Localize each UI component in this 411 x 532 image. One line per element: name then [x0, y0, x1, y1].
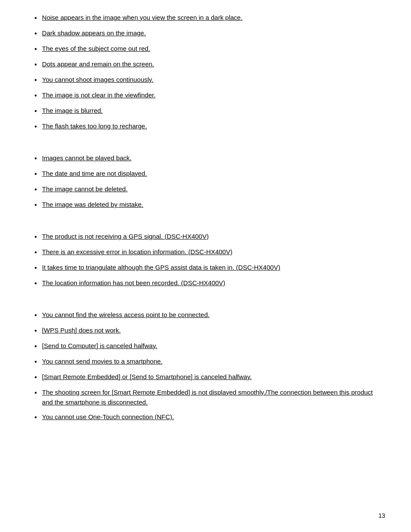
list-item: The shooting screen for [Smart Remote Em… — [26, 388, 385, 407]
section-gps: The product is not receiving a GPS signa… — [26, 232, 385, 289]
link-send-to-computer-canceled[interactable]: [Send to Computer] is canceled halfway. — [42, 341, 157, 351]
playback-list: Images cannot be played back. The date a… — [26, 153, 385, 210]
link-not-clear-viewfinder[interactable]: The image is not clear in the viewfinder… — [42, 90, 156, 100]
list-item: The image cannot be deleted. — [26, 184, 385, 195]
link-shooting-screen-not-smooth[interactable]: The shooting screen for [Smart Remote Em… — [42, 388, 385, 407]
link-excessive-location-error[interactable]: There is an excessive error in location … — [42, 247, 233, 257]
link-cannot-send-movies[interactable]: You cannot send movies to a smartphone. — [42, 357, 163, 367]
list-item: [WPS Push] does not work. — [26, 326, 385, 336]
link-date-time-not-displayed[interactable]: The date and time are not displayed. — [42, 169, 147, 179]
link-deleted-by-mistake[interactable]: The image was deleted by mistake. — [42, 200, 143, 210]
list-item: You cannot send movies to a smartphone. — [26, 357, 385, 367]
list-item: You cannot shoot images continuously. — [26, 75, 385, 85]
wireless-list: You cannot find the wireless access poin… — [26, 310, 385, 423]
link-cannot-shoot-continuously[interactable]: You cannot shoot images continuously. — [42, 75, 154, 85]
link-cannot-playback[interactable]: Images cannot be played back. — [42, 153, 132, 163]
link-no-gps-signal[interactable]: The product is not receiving a GPS signa… — [42, 232, 209, 242]
list-item: The flash takes too long to recharge. — [26, 121, 385, 132]
link-cannot-delete[interactable]: The image cannot be deleted. — [42, 184, 128, 194]
list-item: The location information has not been re… — [26, 278, 385, 289]
link-cannot-use-nfc[interactable]: You cannot use One-Touch connection (NFC… — [42, 412, 174, 422]
section-image: Noise appears in the image when you view… — [26, 13, 385, 132]
section-playback: Images cannot be played back. The date a… — [26, 153, 385, 210]
link-image-blurred[interactable]: The image is blurred. — [42, 106, 103, 116]
image-list: Noise appears in the image when you view… — [26, 13, 385, 132]
list-item: Images cannot be played back. — [26, 153, 385, 164]
page-number: 13 — [378, 512, 385, 519]
list-item: There is an excessive error in location … — [26, 247, 385, 258]
gps-list: The product is not receiving a GPS signa… — [26, 232, 385, 289]
list-item: The product is not receiving a GPS signa… — [26, 232, 385, 242]
list-item: It takes time to triangulate although th… — [26, 263, 385, 273]
list-item: The date and time are not displayed. — [26, 169, 385, 179]
list-item: You cannot find the wireless access poin… — [26, 310, 385, 320]
list-item: The image is blurred. — [26, 106, 385, 116]
link-wps-push-not-work[interactable]: [WPS Push] does not work. — [42, 326, 121, 336]
link-location-not-recorded[interactable]: The location information has not been re… — [42, 278, 225, 288]
link-smart-remote-canceled[interactable]: [Smart Remote Embedded] or [Send to Smar… — [42, 372, 252, 382]
link-noise-in-dark[interactable]: Noise appears in the image when you view… — [42, 13, 243, 23]
list-item: The eyes of the subject come out red. — [26, 44, 385, 54]
link-cannot-find-access-point[interactable]: You cannot find the wireless access poin… — [42, 310, 210, 320]
list-item: [Smart Remote Embedded] or [Send to Smar… — [26, 372, 385, 383]
section-wireless: You cannot find the wireless access poin… — [26, 310, 385, 423]
link-dark-shadow[interactable]: Dark shadow appears on the image. — [42, 28, 146, 38]
list-item: The image was deleted by mistake. — [26, 200, 385, 210]
link-dots-on-screen[interactable]: Dots appear and remain on the screen. — [42, 59, 154, 69]
list-item: [Send to Computer] is canceled halfway. — [26, 341, 385, 352]
link-gps-triangulate-slow[interactable]: It takes time to triangulate although th… — [42, 263, 280, 273]
link-flash-long-recharge[interactable]: The flash takes too long to recharge. — [42, 121, 147, 131]
list-item: Noise appears in the image when you view… — [26, 13, 385, 23]
list-item: Dots appear and remain on the screen. — [26, 59, 385, 70]
list-item: The image is not clear in the viewfinder… — [26, 90, 385, 101]
page-container: Noise appears in the image when you view… — [0, 0, 411, 470]
list-item: You cannot use One-Touch connection (NFC… — [26, 412, 385, 423]
list-item: Dark shadow appears on the image. — [26, 28, 385, 39]
link-red-eye[interactable]: The eyes of the subject come out red. — [42, 44, 150, 54]
